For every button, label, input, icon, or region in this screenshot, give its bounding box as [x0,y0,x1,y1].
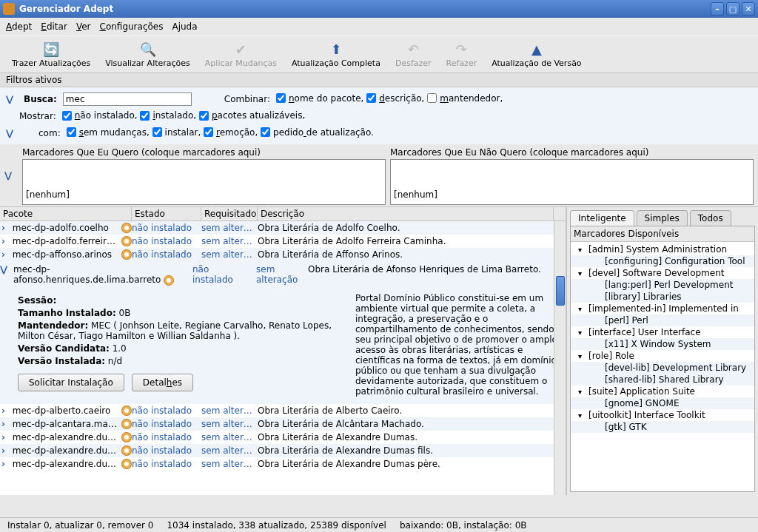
tree-node[interactable]: [perl] Perl [571,314,754,326]
package-state: não instalado [132,223,201,233]
checkbox[interactable] [427,93,437,103]
checkbox[interactable] [276,93,286,103]
package-row[interactable]: ›mec-dp-alexandre.dum…não instaladosem a… [0,457,566,471]
package-row[interactable]: ›mec-dp-alberto.caeironão instaladosem a… [0,404,566,417]
checkbox[interactable] [62,111,72,121]
toolbar-visualizar-alterações[interactable]: 🔍Visualizar Alterações [105,41,190,68]
checkbox[interactable] [204,127,213,137]
show-chk-1[interactable]: instalado, [140,110,196,121]
close-button[interactable]: ✕ [742,2,755,16]
toolbar-icon: ▲ [529,41,545,57]
menu-ajuda[interactable]: Ajuda [172,21,197,32]
package-row[interactable]: ›mec-dp-alexandre.dum…não instaladosem a… [0,444,566,457]
checkbox[interactable] [152,127,162,137]
expander-icon[interactable]: ⋁ [6,94,15,104]
toolbar-trazer-atualizações[interactable]: 🔄Trazer Atualizações [12,41,90,68]
show-chk-0[interactable]: não instalado, [62,110,138,121]
tree-node[interactable]: ▾[admin] System Administration [571,243,754,255]
tree-node[interactable]: [lang:perl] Perl Development [571,279,754,291]
toolbar-icon: 🔄 [43,41,59,57]
details-button[interactable]: Detalhes [132,374,193,391]
with-chk-0[interactable]: sem mudanças, [67,127,150,138]
maximize-button[interactable]: ▢ [726,2,739,16]
request-install-button[interactable]: Solicitar Instalação [18,374,124,391]
checkbox[interactable] [261,127,270,137]
status-download: baixando: 0B, instalação: 0B [400,520,527,531]
expand-icon[interactable]: › [1,223,10,233]
expand-icon[interactable]: › [1,445,10,456]
checkbox[interactable] [366,93,376,103]
package-row[interactable]: ›mec-dp-adolfo.coelhonão instaladosem al… [0,221,566,235]
menu-editar[interactable]: Editar [41,21,67,32]
tab-inteligente[interactable]: Inteligente [570,210,634,226]
package-icon [121,459,132,469]
toolbar-atualização-de-versão[interactable]: ▲Atualização de Versão [492,41,581,68]
menu-configurações[interactable]: Configurações [99,21,163,32]
tree-node[interactable]: [x11] X Window System [571,338,754,350]
tree-node[interactable]: ▾[role] Role [571,350,754,362]
expand-icon[interactable]: › [1,405,10,416]
col-package[interactable]: Pacote [0,207,132,220]
tree-arrow-icon: ▾ [578,388,586,396]
tree-node[interactable]: [gtk] GTK [571,421,754,433]
package-row[interactable]: ›mec-dp-adolfo.ferreira.c…não instalados… [0,235,566,248]
show-chk-2[interactable]: pacotes atualizáveis, [199,110,305,121]
tags-title: Marcadores Disponíveis [571,226,754,242]
combine-chk-2[interactable]: mantendedor, [427,93,503,104]
checkbox[interactable] [67,127,76,137]
package-row-expanded[interactable]: ⋁mec-dp-afonso.henriques.de.lima.barreto… [0,261,566,289]
package-req: sem alteração [256,264,303,285]
tree-arrow-icon: ▾ [578,246,586,254]
checkbox[interactable] [199,111,209,121]
cand-value: 1.0 [113,343,127,354]
combine-chk-0[interactable]: nome do pacote, [276,93,363,104]
with-chk-2[interactable]: remoção, [204,127,258,138]
menu-adept[interactable]: Adept [6,21,32,32]
toolbar-aplicar-mudanças: ✔Aplicar Mudanças [205,41,277,68]
tab-simples[interactable]: Simples [637,210,688,226]
minimize-button[interactable]: – [711,2,724,16]
package-row[interactable]: ›mec-dp-affonso.arinosnão instaladosem a… [0,248,566,261]
package-row[interactable]: ›mec-dp-alexandre.dumasnão instaladosem … [0,431,566,444]
tree-node[interactable]: [configuring] Configuration Tool [571,255,754,267]
tree-node[interactable]: [library] Libraries [571,291,754,303]
tree-node[interactable]: ▾[uitoolkit] Interface Toolkit [571,409,754,421]
tree-node[interactable]: [devel-lib] Development Library [571,362,754,374]
col-state[interactable]: Estado [132,207,201,220]
package-row[interactable]: ›mec-dp-alcantara.mach…não instaladosem … [0,417,566,431]
tab-todos[interactable]: Todos [690,210,731,226]
scrollbar[interactable] [554,221,566,495]
expand-icon[interactable]: › [1,419,10,429]
expand-icon[interactable]: › [1,249,10,260]
tree-node[interactable]: ▾[devel] Software Development [571,267,754,279]
menu-ver[interactable]: Ver [76,21,91,32]
toolbar-icon: 🔍 [140,41,156,57]
expand-icon[interactable]: › [1,236,10,246]
col-requested[interactable]: Requisitado [201,207,258,220]
tags-notwant-box[interactable]: [nenhum] [390,159,754,205]
tree-label: [uitoolkit] Interface Toolkit [588,410,705,420]
tree-label: [implemented-in] Implemented in [588,303,739,314]
tags-want-box[interactable]: [nenhum] [22,159,386,205]
combine-chk-1[interactable]: descrição, [366,93,424,104]
package-name: mec-dp-affonso.arinos [13,249,119,260]
checkbox[interactable] [140,111,150,121]
tree-node[interactable]: [shared-lib] Shared Library [571,374,754,385]
expander-icon[interactable]: ⋁ [6,128,15,138]
with-chk-1[interactable]: instalar, [152,127,201,138]
toolbar-atualização-completa[interactable]: ⬆Atualização Completa [292,41,380,68]
tree-node[interactable]: [gnome] GNOME [571,397,754,409]
with-chk-3[interactable]: pedido de atualização. [261,127,374,138]
tree-node[interactable]: ▾[interface] User Interface [571,326,754,338]
expand-icon[interactable]: › [1,432,10,442]
expand-icon[interactable]: › [1,459,10,469]
expander-icon[interactable]: ⋁ [4,146,18,205]
search-input[interactable] [63,92,192,106]
tree-node[interactable]: ▾[suite] Application Suite [571,385,754,397]
size-value: 0B [119,308,131,318]
scroll-thumb[interactable] [556,276,565,306]
package-name: mec-dp-alcantara.mach… [13,419,119,429]
tree-node[interactable]: ▾[implemented-in] Implemented in [571,303,754,314]
col-description[interactable]: Descrição [258,207,554,220]
expand-icon[interactable]: ⋁ [0,264,9,275]
